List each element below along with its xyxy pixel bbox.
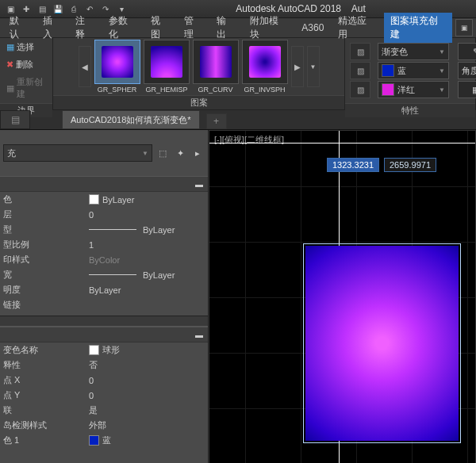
- prop-key: 型比例: [0, 239, 89, 251]
- ribbon-expand-icon[interactable]: ▣: [455, 19, 473, 36]
- prop-value[interactable]: 外部: [89, 419, 208, 431]
- viewport-label[interactable]: [-][俯视][二维线框]: [214, 134, 284, 146]
- prop-key: 联: [0, 404, 89, 416]
- prop-key: 色 1: [0, 434, 89, 446]
- select-objects-icon[interactable]: ✦: [173, 146, 187, 160]
- prop-key: 型: [0, 224, 89, 235]
- prop-row[interactable]: 型比例1: [0, 237, 208, 252]
- swatch-gr-hemisp[interactable]: [144, 40, 190, 84]
- prop-row[interactable]: 色 1蓝: [0, 433, 208, 448]
- linetype-icon: [89, 274, 136, 275]
- linetype-icon: [89, 229, 136, 230]
- select-button[interactable]: ▦选择: [3, 40, 37, 55]
- prop-value[interactable]: 0: [89, 210, 208, 220]
- prop-row[interactable]: 点 Y0: [0, 388, 208, 403]
- gradient-rectangle[interactable]: [303, 243, 461, 443]
- prop-row[interactable]: 层0: [0, 207, 208, 222]
- swatch-prev-button[interactable]: ◀: [79, 46, 91, 87]
- ribbon: ▦选择 ✖删除 ▦重新创建 边界 ◀ GR_SPHER GR_HEMISP GR…: [0, 38, 476, 110]
- prop-value[interactable]: 0: [89, 391, 208, 400]
- ribbon-tabs: 默认插入注释参数化视图管理输出附加模块A360精选应用图案填充创建 ▣: [0, 18, 476, 38]
- prop-row[interactable]: 链接: [0, 297, 208, 312]
- color2-combo[interactable]: 洋红▼: [378, 81, 449, 98]
- prop-value[interactable]: 球形: [89, 344, 208, 356]
- prop-key: 释性: [0, 359, 89, 371]
- pickadd-icon[interactable]: ▸: [190, 146, 205, 160]
- swatch-expand-button[interactable]: ▼: [307, 46, 320, 87]
- angle-combo[interactable]: 角度: [458, 62, 476, 79]
- prop-row[interactable]: 释性否: [0, 358, 208, 373]
- drawing-canvas[interactable]: [-][俯视][二维线框] 1323.3231 2659.9971: [209, 130, 476, 463]
- file-tab[interactable]: AutoCAD2018如何填充渐变色*: [62, 110, 200, 129]
- recreate-button[interactable]: ▦重新创建: [3, 75, 49, 101]
- prop-key: 层: [0, 209, 89, 220]
- prop-value[interactable]: ByLayer: [89, 270, 208, 280]
- section-divider: [0, 316, 208, 327]
- prop-value[interactable]: 1: [89, 240, 208, 250]
- panel-label-props: 特性: [345, 103, 475, 117]
- prop-key: 宽: [0, 269, 89, 281]
- prop-value[interactable]: ByColor: [89, 255, 208, 265]
- prop-key: 印样式: [0, 254, 89, 266]
- prop-row[interactable]: 印样式ByColor: [0, 252, 208, 267]
- prop-key: 色: [0, 193, 89, 205]
- color1-combo[interactable]: 蓝▼: [378, 62, 449, 79]
- prop-key: 点 X: [0, 374, 89, 386]
- eyedropper-button[interactable]: ✎: [458, 43, 476, 60]
- prop-key: 点 Y: [0, 389, 89, 401]
- prop-row[interactable]: 宽ByLayer: [0, 267, 208, 282]
- new-tab-button[interactable]: +: [206, 113, 227, 129]
- prop-value[interactable]: 是: [89, 404, 208, 416]
- prop-row[interactable]: 点 X0: [0, 373, 208, 388]
- coordinate-readout: 1323.3231 2659.9971: [327, 158, 436, 172]
- prop-row[interactable]: 联是: [0, 403, 208, 418]
- hatch-color1-icon[interactable]: ▨: [350, 62, 370, 79]
- hatch-color2-icon[interactable]: ▨: [350, 81, 370, 98]
- prop-row[interactable]: 岛检测样式外部: [0, 418, 208, 433]
- prop-value[interactable]: 0: [89, 376, 208, 385]
- workspace: 充▼ ⬚ ✦ ▸ ▬ 色ByLayer层0型ByLayer型比例1印样式ByCo…: [0, 130, 476, 463]
- prop-value[interactable]: ByLayer: [89, 225, 208, 235]
- color-swatch-icon: [89, 194, 99, 205]
- panel-label-pattern: 图案: [53, 95, 344, 109]
- quick-select-icon[interactable]: ⬚: [155, 146, 170, 160]
- prop-row[interactable]: 明度ByLayer: [0, 282, 208, 297]
- prop-value[interactable]: ByLayer: [89, 194, 208, 205]
- coord-x[interactable]: 1323.3231: [327, 158, 379, 172]
- prop-key: 岛检测样式: [0, 419, 89, 431]
- crosshair-horizontal: [209, 143, 475, 143]
- coord-y: 2659.9971: [384, 158, 436, 172]
- gradient-type-combo[interactable]: 渐变色▼: [378, 43, 449, 60]
- prop-value[interactable]: 蓝: [89, 434, 208, 446]
- gradient-fill: [305, 246, 459, 441]
- section-collapse-icon-2[interactable]: ▬: [0, 327, 208, 342]
- prop-key: 明度: [0, 284, 89, 296]
- prop-value[interactable]: ByLayer: [89, 285, 208, 295]
- prop-key: 链接: [0, 299, 89, 311]
- prop-row[interactable]: 色ByLayer: [0, 192, 208, 207]
- color-swatch-icon: [89, 435, 99, 446]
- swatch-gr-spher[interactable]: [94, 40, 140, 84]
- swatch-next-button[interactable]: ▶: [291, 46, 304, 87]
- swatch-gr-curv[interactable]: [193, 40, 239, 84]
- menu-A360[interactable]: A360: [295, 21, 330, 35]
- opacity-combo[interactable]: ▦: [458, 81, 476, 98]
- delete-button[interactable]: ✖删除: [3, 57, 36, 72]
- color-swatch-icon: [89, 345, 99, 355]
- hatch-type-icon[interactable]: ▨: [350, 43, 370, 60]
- swatch-gr-invsph[interactable]: [242, 40, 288, 84]
- object-type-combo[interactable]: 充▼: [3, 144, 152, 162]
- prop-key: 变色名称: [0, 344, 89, 356]
- prop-value[interactable]: 否: [89, 359, 208, 371]
- section-collapse-icon[interactable]: ▬: [0, 176, 208, 192]
- start-tab[interactable]: ▤: [0, 110, 30, 129]
- properties-panel: 充▼ ⬚ ✦ ▸ ▬ 色ByLayer层0型ByLayer型比例1印样式ByCo…: [0, 130, 209, 463]
- prop-row[interactable]: 型ByLayer: [0, 222, 208, 237]
- prop-row[interactable]: 变色名称球形: [0, 342, 208, 358]
